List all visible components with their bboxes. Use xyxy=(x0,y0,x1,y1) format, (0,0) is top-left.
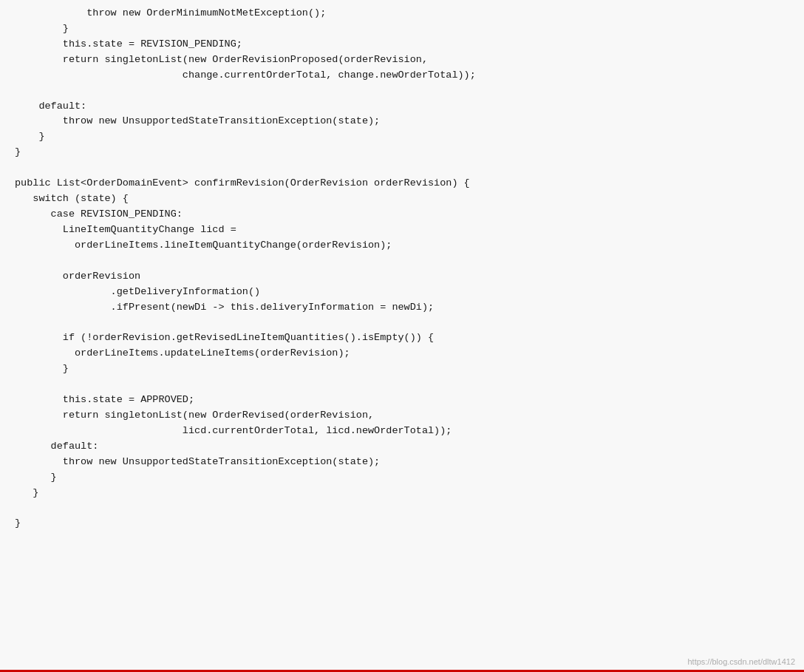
code-line: .ifPresent(newDi -> this.deliveryInforma… xyxy=(0,300,804,316)
code-line: licd.currentOrderTotal, licd.newOrderTot… xyxy=(0,424,804,439)
code-line: .getDeliveryInformation() xyxy=(0,285,804,300)
code-line: switch (state) { xyxy=(0,191,804,207)
code-line: } xyxy=(0,470,804,486)
code-block: throw new OrderMinimumNotMetException();… xyxy=(0,0,804,553)
code-line: public List<OrderDomainEvent> confirmRev… xyxy=(0,176,804,191)
code-line xyxy=(0,315,804,330)
code-line: change.currentOrderTotal, change.newOrde… xyxy=(0,68,804,84)
code-line: case REVISION_PENDING: xyxy=(0,207,804,223)
code-line: if (!orderRevision.getRevisedLineItemQua… xyxy=(0,330,804,346)
code-line: this.state = APPROVED; xyxy=(0,393,804,408)
code-line: orderLineItems.updateLineItems(orderRevi… xyxy=(0,346,804,362)
watermark-text: https://blog.csdn.net/dltw1412 xyxy=(687,657,795,666)
code-line: orderRevision xyxy=(0,269,804,285)
code-line: return singletonList(new OrderRevised(or… xyxy=(0,408,804,424)
code-line: default: xyxy=(0,99,804,115)
code-line xyxy=(0,501,804,517)
code-line xyxy=(0,532,804,547)
code-line: } xyxy=(0,362,804,377)
code-line: throw new UnsupportedStateTransitionExce… xyxy=(0,455,804,470)
code-line: } xyxy=(0,486,804,501)
code-line: orderLineItems.lineItemQuantityChange(or… xyxy=(0,238,804,254)
code-line: default: xyxy=(0,439,804,455)
code-line xyxy=(0,377,804,393)
code-line: throw new UnsupportedStateTransitionExce… xyxy=(0,114,804,129)
code-line: this.state = REVISION_PENDING; xyxy=(0,37,804,52)
code-line xyxy=(0,254,804,269)
code-line: } xyxy=(0,145,804,160)
code-line: LineItemQuantityChange licd = xyxy=(0,223,804,238)
code-line xyxy=(0,160,804,176)
code-container: throw new OrderMinimumNotMetException();… xyxy=(0,0,804,672)
code-line: return singletonList(new OrderRevisionPr… xyxy=(0,52,804,68)
code-line: throw new OrderMinimumNotMetException(); xyxy=(0,6,804,21)
code-line xyxy=(0,84,804,99)
code-line: } xyxy=(0,21,804,37)
code-line: } xyxy=(0,516,804,532)
code-line: } xyxy=(0,129,804,145)
